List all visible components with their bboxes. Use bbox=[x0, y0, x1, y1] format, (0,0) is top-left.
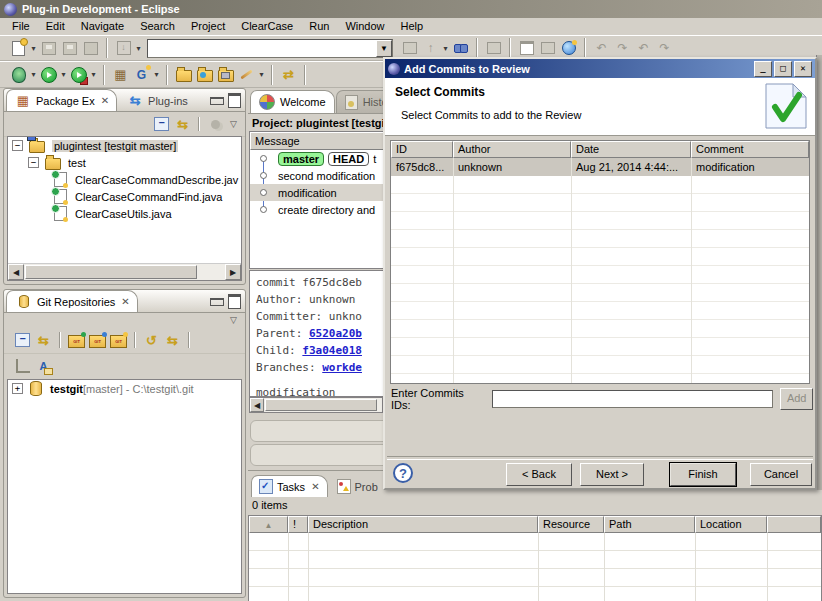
file3-label[interactable]: ClearCaseUtils.java bbox=[75, 208, 172, 220]
tree-item-file2[interactable]: ClearCaseCommandFind.java bbox=[8, 188, 241, 205]
run-dropdown[interactable] bbox=[59, 70, 68, 79]
tab-problems[interactable]: Prob bbox=[329, 475, 386, 497]
plugin-grid-icon[interactable] bbox=[112, 66, 129, 83]
annotation-prev-icon[interactable] bbox=[614, 40, 631, 57]
maximize-view-icon[interactable] bbox=[228, 93, 241, 108]
portfolio-folder-icon[interactable] bbox=[217, 66, 234, 83]
link-selection-icon[interactable] bbox=[35, 332, 52, 349]
branch-badge-master[interactable]: master bbox=[278, 152, 324, 166]
resource-column-header[interactable]: Resource bbox=[538, 516, 604, 533]
menu-window[interactable]: Window bbox=[337, 19, 392, 34]
dialog-close-icon[interactable]: ✕ bbox=[794, 61, 812, 77]
sync-icon[interactable] bbox=[280, 66, 297, 83]
menu-file[interactable]: File bbox=[4, 19, 38, 34]
expand-toggle-icon[interactable] bbox=[12, 383, 23, 394]
date-column-header[interactable]: Date bbox=[571, 141, 691, 158]
collapse-toggle-icon[interactable] bbox=[28, 157, 39, 168]
open-folder-icon[interactable] bbox=[175, 66, 192, 83]
location-column-header[interactable]: Location bbox=[695, 516, 767, 533]
print-icon[interactable] bbox=[82, 40, 99, 57]
git-new-repo-icon[interactable]: GIT bbox=[110, 332, 127, 349]
tree-item-project[interactable]: plugintest [testgit master] bbox=[8, 137, 241, 154]
package-folder-icon[interactable] bbox=[196, 66, 213, 83]
menu-navigate[interactable]: Navigate bbox=[73, 19, 132, 34]
view-menu-icon[interactable] bbox=[230, 315, 237, 325]
new-wizard-icon[interactable] bbox=[10, 40, 27, 57]
menu-help[interactable]: Help bbox=[393, 19, 432, 34]
menu-clearcase[interactable]: ClearCase bbox=[233, 19, 301, 34]
save-icon[interactable] bbox=[40, 40, 57, 57]
collapse-toggle-icon[interactable] bbox=[12, 140, 23, 151]
switch-icon[interactable] bbox=[164, 332, 181, 349]
priority-column-header[interactable]: ! bbox=[288, 516, 308, 533]
dialog-minimize-icon[interactable]: _ bbox=[754, 61, 772, 77]
sort-icon[interactable] bbox=[35, 358, 52, 375]
combo-dropdown-icon[interactable]: ▼ bbox=[376, 40, 392, 57]
minimize-view-icon[interactable] bbox=[210, 97, 224, 105]
window-gray-icon[interactable] bbox=[539, 40, 556, 57]
cancel-button[interactable]: Cancel bbox=[750, 463, 812, 486]
tree-item-test-folder[interactable]: test bbox=[8, 154, 241, 171]
run-icon[interactable] bbox=[40, 66, 57, 83]
image-icon[interactable] bbox=[485, 40, 502, 57]
annotation-next-icon[interactable] bbox=[593, 40, 610, 57]
tree-item-file1[interactable]: ClearCaseCommandDescribe.jav bbox=[8, 171, 241, 188]
tab-plugins[interactable]: Plug-ins bbox=[118, 89, 196, 111]
close-icon[interactable] bbox=[311, 481, 319, 492]
scroll-left-icon[interactable]: ◀ bbox=[250, 398, 264, 412]
tab-package-explorer[interactable]: Package Ex bbox=[6, 89, 117, 111]
save-all-icon[interactable] bbox=[61, 40, 78, 57]
menu-run[interactable]: Run bbox=[301, 19, 337, 34]
skip-breakpoints-icon[interactable] bbox=[115, 40, 132, 57]
window-titlebar[interactable]: Plug-in Development - Eclipse bbox=[0, 0, 822, 18]
horizontal-scrollbar[interactable]: ◀ ▶ bbox=[8, 263, 241, 280]
menu-project[interactable]: Project bbox=[183, 19, 233, 34]
skip-dropdown[interactable] bbox=[134, 44, 143, 53]
debug-icon[interactable] bbox=[10, 66, 27, 83]
file1-label[interactable]: ClearCaseCommandDescribe.jav bbox=[75, 174, 238, 186]
repo-name[interactable]: testgit bbox=[50, 383, 83, 395]
hierarchy-icon[interactable] bbox=[14, 358, 31, 375]
git-clone-repo-icon[interactable]: GIT bbox=[89, 332, 106, 349]
filters-icon[interactable] bbox=[207, 116, 224, 133]
scroll-thumb[interactable] bbox=[265, 399, 377, 411]
project-label[interactable]: plugintest [testgit master] bbox=[52, 140, 178, 152]
package-view-icon[interactable] bbox=[401, 40, 418, 57]
comment-column-header[interactable]: Comment bbox=[691, 141, 809, 158]
up-arrow-icon[interactable] bbox=[422, 40, 439, 57]
new-wizard-dropdown[interactable] bbox=[29, 44, 38, 53]
branches-link[interactable]: workde bbox=[322, 361, 362, 374]
window-icon[interactable] bbox=[518, 40, 535, 57]
scroll-right-icon[interactable]: ▶ bbox=[225, 264, 241, 280]
run-external-dropdown[interactable] bbox=[89, 70, 98, 79]
debug-dropdown[interactable] bbox=[29, 70, 38, 79]
git-add-repo-icon[interactable]: GIT bbox=[68, 332, 85, 349]
add-button[interactable]: Add bbox=[780, 388, 813, 410]
sort-column-header[interactable] bbox=[249, 516, 288, 533]
brush-icon[interactable] bbox=[238, 66, 255, 83]
collapse-all-icon[interactable] bbox=[153, 116, 170, 133]
clearcase-dropdown[interactable] bbox=[152, 70, 161, 79]
description-column-header[interactable]: Description bbox=[308, 516, 538, 533]
dialog-titlebar[interactable]: Add Commits to Review _ □ ✕ bbox=[385, 59, 815, 78]
menu-search[interactable]: Search bbox=[132, 19, 183, 34]
brush-dropdown[interactable] bbox=[257, 70, 266, 79]
back-icon[interactable] bbox=[635, 40, 652, 57]
tab-git-repositories[interactable]: Git Repositories bbox=[6, 290, 138, 312]
new-web-icon[interactable] bbox=[560, 40, 577, 57]
help-button[interactable]: ? bbox=[393, 463, 413, 483]
tree-item-repo[interactable]: testgit [master] - C:\testgit\.git bbox=[8, 380, 241, 397]
commit-ids-input[interactable] bbox=[492, 390, 773, 408]
tab-tasks[interactable]: Tasks bbox=[251, 475, 328, 497]
close-icon[interactable] bbox=[121, 296, 129, 307]
head-badge[interactable]: HEAD bbox=[328, 152, 369, 166]
path-column-header[interactable]: Path bbox=[604, 516, 695, 533]
menu-edit[interactable]: Edit bbox=[38, 19, 73, 34]
view-menu-icon[interactable] bbox=[230, 119, 237, 129]
parent-link[interactable]: 6520a20b bbox=[309, 327, 362, 340]
id-column-header[interactable]: ID bbox=[391, 141, 453, 158]
scroll-left-icon[interactable]: ◀ bbox=[8, 264, 24, 280]
close-icon[interactable] bbox=[101, 95, 109, 106]
search-icon[interactable] bbox=[452, 40, 469, 57]
dialog-maximize-icon[interactable]: □ bbox=[774, 61, 792, 77]
